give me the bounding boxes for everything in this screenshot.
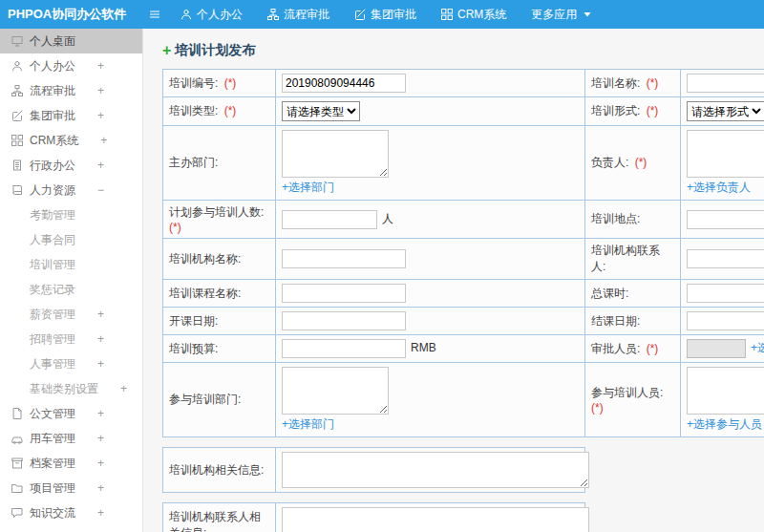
- org-contact-info-textarea[interactable]: [282, 507, 589, 532]
- field-cell: [276, 280, 585, 308]
- field-label: 开课日期:: [169, 314, 218, 328]
- training-no-input[interactable]: [282, 74, 406, 93]
- sidebar-item-vehicle-mgmt[interactable]: 用车管理+: [0, 426, 142, 451]
- approver-input[interactable]: [687, 339, 746, 358]
- topbar: PHPOA协同办公软件 个人办公流程审批集团审批CRM系统更多应用: [0, 0, 764, 29]
- select-leader-link[interactable]: +选择负责人: [687, 181, 751, 194]
- flow-icon: [267, 9, 279, 20]
- sidebar-item-personal-office[interactable]: 个人办公+: [0, 53, 142, 78]
- field-label-cell: 主办部门:: [163, 126, 276, 201]
- expand-plus-icon[interactable]: +: [97, 332, 104, 346]
- sidebar-item-label: 用车管理: [30, 431, 75, 447]
- field-label-cell: 审批人员: (*): [585, 335, 681, 363]
- sidebar-item-archive-mgmt[interactable]: 档案管理+: [0, 451, 142, 476]
- collapse-minus-icon[interactable]: −: [97, 183, 104, 197]
- field-cell: [681, 280, 764, 308]
- sidebar-item-recruitment-mgmt[interactable]: 招聘管理+: [0, 327, 142, 351]
- planned-participants-input[interactable]: [282, 210, 377, 229]
- form-row: 培训编号: (*)培训名称: (*): [163, 70, 764, 97]
- location-input[interactable]: [687, 210, 764, 229]
- sidebar-item-hr-contract[interactable]: 人事合同: [0, 227, 142, 252]
- expand-plus-icon[interactable]: +: [97, 308, 104, 321]
- org-contact-input[interactable]: [687, 249, 764, 268]
- topnav-item-more-apps[interactable]: 更多应用: [519, 0, 605, 29]
- topnav-item-label: CRM系统: [457, 7, 506, 23]
- expand-plus-icon[interactable]: +: [97, 506, 104, 520]
- expand-plus-icon[interactable]: +: [97, 84, 104, 97]
- expand-plus-icon[interactable]: +: [97, 481, 104, 495]
- field-label-cell: 开课日期:: [163, 308, 276, 335]
- topnav: 个人办公流程审批集团审批CRM系统更多应用: [168, 0, 605, 29]
- field-label: 主办部门:: [169, 156, 218, 169]
- required-mark: (*): [643, 342, 658, 355]
- sidebar-item-attendance-mgmt[interactable]: 考勤管理: [0, 202, 142, 227]
- expand-plus-icon[interactable]: +: [97, 109, 104, 122]
- topnav-item-group-approval[interactable]: 集团审批: [342, 0, 429, 29]
- sidebar-item-personnel-mgmt[interactable]: 人事管理+: [0, 351, 142, 376]
- expand-plus-icon[interactable]: +: [97, 357, 104, 371]
- sidebar-item-personal-desktop[interactable]: 个人桌面: [0, 29, 142, 53]
- training-form-select[interactable]: 请选择形式: [687, 101, 764, 121]
- org-name-input[interactable]: [282, 249, 406, 268]
- field-cell: 人: [276, 201, 585, 239]
- hamburger-icon[interactable]: [141, 0, 168, 29]
- field-label-cell: 计划参与培训人数: (*): [163, 201, 276, 239]
- topnav-item-crm-system[interactable]: CRM系统: [429, 0, 519, 29]
- required-mark: (*): [631, 156, 647, 169]
- sidebar-item-label: 档案管理: [30, 456, 75, 472]
- form-row: 培训课程名称:总课时:: [163, 280, 764, 308]
- end-date-input[interactable]: [687, 311, 764, 330]
- course-name-input[interactable]: [282, 284, 406, 303]
- form-row: 培训类型: (*)请选择类型培训形式: (*)请选择形式: [163, 97, 764, 126]
- sidebar-item-reward-punishment[interactable]: 奖惩记录: [0, 277, 142, 302]
- select-participating-dept-link[interactable]: +选择部门: [282, 417, 334, 431]
- expand-plus-icon[interactable]: +: [97, 59, 104, 73]
- sidebar-item-training-mgmt[interactable]: 培训管理: [0, 252, 142, 277]
- sidebar-item-document-mgmt[interactable]: 公文管理+: [0, 401, 142, 426]
- total-hours-input[interactable]: [687, 284, 764, 303]
- select-dept-link[interactable]: +选择部门: [282, 181, 334, 194]
- form-row: 培训机构名称:培训机构联系人:: [163, 239, 764, 280]
- participating-dept-textarea[interactable]: [282, 367, 389, 415]
- field-cell: [681, 239, 764, 280]
- sidebar-item-base-category-settings[interactable]: 基础类别设置+: [0, 376, 142, 401]
- select-approver-link[interactable]: +选择审批人员: [751, 341, 764, 354]
- sidebar-item-salary-mgmt[interactable]: 薪资管理+: [0, 302, 142, 327]
- training-type-select[interactable]: 请选择类型: [282, 101, 360, 121]
- form-row: 参与培训部门:+选择部门参与培训人员: (*)+选择参与人员: [163, 363, 764, 437]
- host-dept-textarea[interactable]: [282, 130, 389, 178]
- expand-plus-icon[interactable]: +: [120, 382, 127, 395]
- budget-input[interactable]: [282, 339, 406, 358]
- form-row: 培训机构联系人相关信息:: [163, 503, 585, 532]
- start-date-input[interactable]: [282, 311, 406, 330]
- participants-textarea[interactable]: [687, 367, 764, 415]
- form-row: 计划参与培训人数: (*)人培训地点:: [163, 201, 764, 239]
- expand-plus-icon[interactable]: +: [97, 159, 104, 172]
- topnav-item-personal-office[interactable]: 个人办公: [168, 0, 255, 29]
- sidebar-item-project-mgmt[interactable]: 项目管理+: [0, 476, 142, 500]
- field-cell: [276, 308, 585, 335]
- field-label: 培训机构联系人相关信息:: [169, 510, 261, 532]
- sidebar-item-group-approval[interactable]: 集团审批+: [0, 103, 142, 128]
- expand-plus-icon[interactable]: +: [97, 457, 104, 470]
- org-info-textarea[interactable]: [282, 452, 589, 488]
- leader-textarea[interactable]: [687, 130, 764, 178]
- expand-plus-icon[interactable]: +: [97, 432, 104, 445]
- training-name-input[interactable]: [687, 74, 764, 93]
- select-participants-link[interactable]: +选择参与人员: [687, 417, 762, 431]
- field-cell: [276, 70, 585, 97]
- sidebar: 个人桌面个人办公+流程审批+集团审批+CRM系统+行政办公+人力资源−考勤管理人…: [0, 29, 143, 532]
- sidebar-item-crm-system[interactable]: CRM系统+: [0, 128, 142, 153]
- doc-icon: [11, 408, 23, 419]
- sidebar-item-label: 公文管理: [30, 406, 75, 422]
- sidebar-item-label: 项目管理: [30, 480, 75, 497]
- sidebar-item-knowledge-exchange[interactable]: 知识交流+: [0, 500, 142, 525]
- expand-plus-icon[interactable]: +: [97, 407, 104, 420]
- sidebar-item-label: 个人桌面: [30, 33, 75, 50]
- sidebar-item-human-resources[interactable]: 人力资源−: [0, 178, 142, 202]
- book-icon: [11, 184, 23, 196]
- expand-plus-icon[interactable]: +: [100, 134, 107, 147]
- sidebar-item-admin-office[interactable]: 行政办公+: [0, 153, 142, 178]
- topnav-item-workflow-approval[interactable]: 流程审批: [255, 0, 342, 29]
- sidebar-item-workflow-approval[interactable]: 流程审批+: [0, 78, 142, 103]
